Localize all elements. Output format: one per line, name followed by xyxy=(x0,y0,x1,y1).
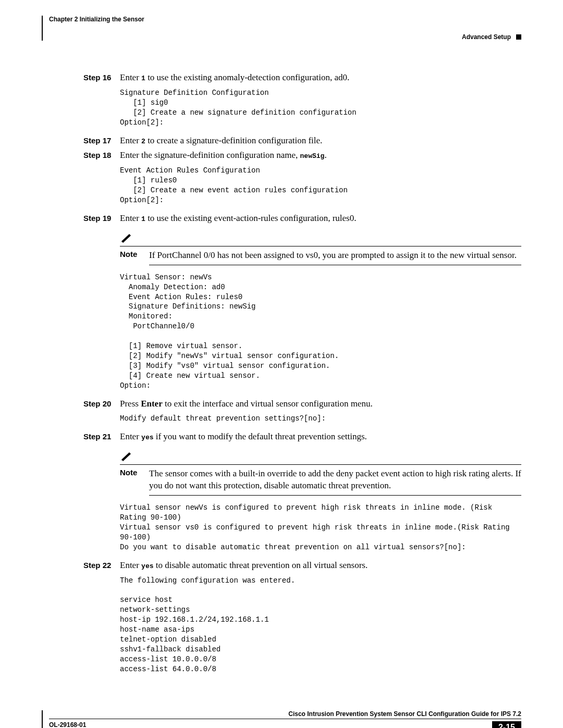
step-text-post: to disable automatic threat prevention o… xyxy=(153,560,368,570)
step-label: Step 19 xyxy=(83,214,120,223)
code-block: Signature Definition Configuration [1] s… xyxy=(120,88,521,128)
chapter-title: Chapter 2 Initializing the Sensor xyxy=(49,16,144,23)
section-title: Advanced Setup xyxy=(462,33,511,41)
note-pencil-icon xyxy=(120,232,133,243)
note-divider xyxy=(120,246,521,246)
keyword: newSig xyxy=(300,152,325,160)
note-text: If PortChannel 0/0 has not been assigned… xyxy=(149,250,521,262)
step-text-pre: Enter xyxy=(120,431,141,441)
step-16: Step 16 Enter 1 to use the existing anom… xyxy=(83,72,521,84)
code-block: Virtual Sensor: newVs Anomaly Detection:… xyxy=(120,273,521,391)
step-text-post: to use the existing anomaly-detection co… xyxy=(145,72,349,82)
note-text: The sensor comes with a built-in overrid… xyxy=(149,468,521,492)
step-text: Enter 1 to use the existing anomaly-dete… xyxy=(120,72,521,84)
step-text: Enter yes to disable automatic threat pr… xyxy=(120,560,521,572)
keyword: 1 xyxy=(141,75,145,82)
page-number: 2-15 xyxy=(492,721,521,728)
note-block: Note The sensor comes with a built-in ov… xyxy=(120,450,521,496)
step-text-pre: Enter xyxy=(120,560,141,570)
step-18: Step 18 Enter the signature-definition c… xyxy=(83,150,521,162)
footer-document-id: OL-29168-01 xyxy=(49,721,86,728)
step-label: Step 21 xyxy=(83,432,120,441)
step-label: Step 18 xyxy=(83,151,120,159)
note-divider xyxy=(120,464,521,465)
step-text: Press Enter to exit the interface and vi… xyxy=(120,398,521,410)
step-text-post: to create a signature-definition configu… xyxy=(145,135,322,145)
step-text-pre: Enter xyxy=(120,213,141,223)
keyword: yes xyxy=(141,562,153,570)
note-block: Note If PortChannel 0/0 has not been ass… xyxy=(120,232,521,265)
step-label: Step 22 xyxy=(83,561,120,570)
step-text: Enter 2 to create a signature-definition… xyxy=(120,135,521,147)
keyword: yes xyxy=(141,434,153,441)
step-text-post: if you want to modify the default threat… xyxy=(153,431,366,441)
note-label: Note xyxy=(120,468,149,477)
step-text-post: to use the existing event-action-rules c… xyxy=(145,213,357,223)
step-text: Enter yes if you want to modify the defa… xyxy=(120,431,521,443)
code-block: Virtual sensor newVs is configured to pr… xyxy=(120,503,521,552)
step-22: Step 22 Enter yes to disable automatic t… xyxy=(83,560,521,572)
step-19: Step 19 Enter 1 to use the existing even… xyxy=(83,213,521,225)
step-17: Step 17 Enter 2 to create a signature-de… xyxy=(83,135,521,147)
keyword: 2 xyxy=(141,138,145,145)
keyword: 1 xyxy=(141,215,145,223)
code-block: Modify default threat prevention setting… xyxy=(120,414,521,424)
content: Step 16 Enter 1 to use the existing anom… xyxy=(83,72,521,674)
step-text-post: to exit the interface and virtual sensor… xyxy=(163,399,373,409)
section-title-wrap: Advanced Setup xyxy=(462,33,521,41)
step-text-pre: Press xyxy=(120,399,141,409)
step-20: Step 20 Press Enter to exit the interfac… xyxy=(83,398,521,410)
header-marker-icon xyxy=(516,34,521,40)
note-divider xyxy=(149,495,521,496)
step-text-pre: Enter xyxy=(120,135,141,145)
step-label: Step 17 xyxy=(83,136,120,145)
page-header: Chapter 2 Initializing the Sensor Advanc… xyxy=(42,16,521,41)
page: Chapter 2 Initializing the Sensor Advanc… xyxy=(0,0,563,728)
step-text-pre: Enter the signature-definition configura… xyxy=(120,150,300,160)
step-label: Step 16 xyxy=(83,73,120,82)
step-text-post: . xyxy=(324,150,326,160)
step-text-pre: Enter xyxy=(120,72,141,82)
code-block: Event Action Rules Configuration [1] rul… xyxy=(120,166,521,205)
step-text: Enter 1 to use the existing event-action… xyxy=(120,213,521,225)
code-block: The following configuration was entered.… xyxy=(120,576,521,674)
step-text: Enter the signature-definition configura… xyxy=(120,150,521,162)
keyword: Enter xyxy=(141,399,163,409)
note-label: Note xyxy=(120,250,149,258)
step-label: Step 20 xyxy=(83,399,120,408)
note-divider xyxy=(149,265,521,265)
step-21: Step 21 Enter yes if you want to modify … xyxy=(83,431,521,443)
page-footer: Cisco Intrusion Prevention System Sensor… xyxy=(42,710,521,728)
footer-title: Cisco Intrusion Prevention System Sensor… xyxy=(288,710,521,718)
note-pencil-icon xyxy=(120,450,133,462)
